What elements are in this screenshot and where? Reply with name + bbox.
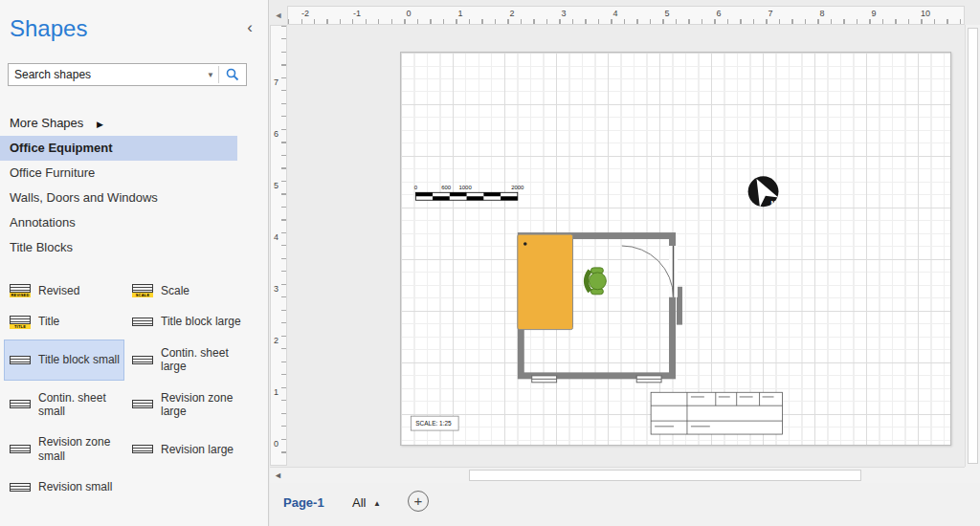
shape-item[interactable]: Revision zone large [126,384,247,426]
drawing-canvas-area: ◄ -2-1012345678910 76543210 0 600 10 [270,0,980,526]
ruler-number: 5 [664,9,669,18]
ruler-number: -1 [353,9,361,18]
ruler-number: 1 [457,9,462,18]
title-block-shape-icon [9,356,32,364]
shape-item[interactable]: Revision zone small [4,428,124,470]
search-dropdown-icon[interactable]: ▼ [203,71,218,79]
all-pages-button[interactable]: All ▲ [352,495,381,510]
svg-text:600: 600 [441,185,452,190]
door-swing-arc [622,246,674,297]
scroll-left-icon[interactable]: ◄ [270,468,286,483]
title-block-shape-icon: TITLE [9,316,32,329]
shape-label: Contin. sheet large [161,346,242,374]
ruler-number: 2 [509,9,514,18]
shape-label: Title block small [38,353,120,366]
scale-bar-shape[interactable]: 0 600 1000 2000 [414,185,524,200]
desk-shape[interactable] [518,234,573,330]
ruler-number: 3 [561,9,566,18]
drawing-page[interactable]: 0 600 1000 2000 N [400,52,951,446]
shapes-panel: Shapes ‹ ▼ More Shapes ▶ Office Equipmen… [0,0,269,526]
stencil-item[interactable]: Office Furniture [0,161,237,186]
ruler-number: 6 [716,9,721,18]
shape-item[interactable]: REVISEDRevised [4,277,124,304]
search-icon [226,68,239,81]
svg-text:SCALE: 1:25: SCALE: 1:25 [415,420,452,427]
shape-label: Scale [161,284,189,297]
svg-text:2000: 2000 [511,185,524,190]
scale-note-shape[interactable]: SCALE: 1:25 [411,416,458,430]
pan-left-icon[interactable]: ◄ [270,6,287,25]
shape-item[interactable]: Revision large [126,428,247,470]
page-tab[interactable]: Page-1 [283,495,324,510]
ruler-number: 6 [274,129,278,139]
title-block-shape-icon: REVISED [9,284,32,297]
title-block-shape-icon [9,483,32,492]
more-shapes-button[interactable]: More Shapes ▶ [10,116,103,130]
ruler-number: 5 [274,181,278,190]
shape-grid: REVISEDRevisedSCALEScaleTITLETitleTitle … [4,277,247,501]
shape-item[interactable]: Title block large [126,308,247,335]
shape-item[interactable]: SCALEScale [126,277,247,304]
shape-label: Title [38,315,59,328]
ruler-number: 4 [612,9,617,18]
ruler-number: -2 [301,9,309,18]
stencil-item[interactable]: Title Blocks [0,235,237,260]
ruler-number: 0 [274,439,278,449]
ruler-number: 3 [274,284,278,294]
shape-label: Revised [38,284,79,297]
add-page-button[interactable]: + [408,491,429,512]
ruler-number: 10 [921,9,930,18]
vertical-scrollbar-thumb[interactable] [968,28,978,464]
search-button[interactable] [219,64,246,85]
shape-item[interactable]: Contin. sheet small [4,384,124,426]
title-block-shape-icon [131,445,154,453]
shape-item[interactable]: TITLETitle [4,308,124,335]
shape-label: Title block large [161,315,241,328]
canvas-viewport[interactable]: 0 600 1000 2000 N [287,25,965,467]
floor-plan: 0 600 1000 2000 N [401,53,950,445]
ruler-number: 4 [274,232,278,242]
ruler-number: 8 [819,9,824,18]
svg-text:N: N [771,200,776,207]
window-shape [636,376,661,383]
title-block-shape-icon [131,356,154,364]
title-block-shape-icon [131,400,154,408]
title-block-shape-icon [9,400,32,408]
ruler-ticks [281,26,286,465]
window-shape [532,376,557,383]
shape-label: Revision small [38,480,112,493]
ruler-number: 7 [274,77,278,87]
shapes-panel-title: Shapes [10,15,87,42]
shape-label: Revision zone small [38,435,120,463]
north-arrow-shape[interactable]: N [747,174,779,208]
ruler-ticks [288,19,964,24]
office-chair-shape[interactable] [586,268,606,295]
ruler-number: 1 [274,387,278,397]
title-block-shape-icon [9,445,32,453]
stencil-list: Office EquipmentOffice FurnitureWalls, D… [0,136,269,260]
shape-item[interactable]: Revision small [4,473,124,500]
stencil-item[interactable]: Office Equipment [0,136,237,161]
vertical-ruler: 76543210 [270,25,287,466]
more-shapes-arrow-icon: ▶ [97,120,103,129]
vertical-scrollbar[interactable] [965,25,980,467]
svg-text:0: 0 [414,185,418,190]
ruler-number: 7 [768,9,772,18]
shape-item[interactable]: Title block small [4,340,124,381]
title-block-shape-icon [131,318,154,326]
stencil-item[interactable]: Walls, Doors and Windows [0,186,237,210]
collapse-panel-icon[interactable]: ‹ [247,19,253,35]
shape-label: Contin. sheet small [38,391,120,419]
all-pages-label: All [352,495,366,510]
ruler-number: 2 [274,336,278,345]
horizontal-scrollbar-thumb[interactable] [469,470,861,481]
shape-item[interactable]: Contin. sheet large [126,340,247,381]
shape-label: Revision zone large [161,391,242,419]
title-block-shape-icon: SCALE [131,284,154,297]
shape-label: Revision large [161,443,234,456]
stencil-item[interactable]: Annotations [0,210,237,235]
search-input[interactable] [9,68,203,81]
horizontal-scrollbar[interactable]: ◄ [270,467,965,483]
ruler-number: 9 [871,9,876,18]
title-block-shape[interactable] [651,392,782,434]
